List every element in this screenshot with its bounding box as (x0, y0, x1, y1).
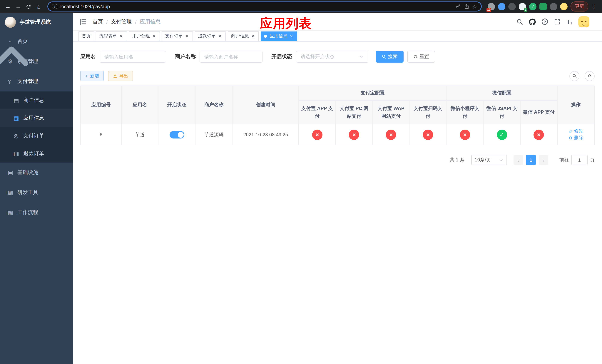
breadcrumb-payment[interactable]: 支付管理 (111, 18, 132, 25)
sidebar-item-label: 商户信息 (23, 97, 67, 104)
browser-reload-button[interactable] (24, 2, 33, 11)
password-key-icon[interactable] (455, 4, 461, 9)
browser-menu-icon[interactable]: ⋮ (589, 3, 599, 10)
reset-button-label: 重置 (419, 53, 429, 60)
extension-dark-icon[interactable] (508, 3, 516, 10)
chrome-update-button[interactable]: 更新 (570, 1, 588, 11)
table-tools (570, 71, 595, 81)
close-icon[interactable]: × (184, 33, 190, 39)
fullscreen-icon[interactable] (554, 18, 560, 25)
tab-label: 用户分组 (132, 33, 150, 39)
chevron-down-icon (62, 170, 67, 175)
status-badge: × (386, 129, 396, 140)
cell-merchant: 芋道源码 (195, 124, 233, 145)
export-button[interactable]: 导出 (108, 71, 133, 81)
search-icon[interactable] (516, 18, 523, 25)
app-name-input[interactable] (104, 54, 161, 59)
add-button[interactable]: + 新增 (80, 71, 104, 81)
breadcrumb-home[interactable]: 首页 (93, 18, 103, 25)
sidebar-item-infrastructure[interactable]: ▣ 基础设施 (0, 162, 73, 182)
help-icon[interactable]: ? (542, 19, 548, 25)
cell-alipay-pc: × (336, 124, 373, 145)
sidebar-item-payment[interactable]: ¥ 支付管理 (0, 72, 73, 91)
refresh-table-button[interactable] (585, 71, 595, 81)
cell-created: 2021-10-23 08:49:25 (233, 124, 299, 145)
extension-check-icon[interactable]: ✓ (529, 3, 537, 10)
group-header-alipay: 支付宝配置 (299, 86, 447, 101)
column-header-alipay-app: 支付宝 APP 支付 (299, 101, 336, 124)
sidebar-collapse-icon[interactable] (79, 18, 87, 26)
extensions-area: 10 1 ✓ (485, 3, 570, 10)
sidebar-item-label: 研发工具 (17, 189, 62, 196)
sidebar-item-dev-tools[interactable]: ▨ 研发工具 (0, 182, 73, 203)
sidebar-item-app-info[interactable]: ▦ 应用信息 (0, 109, 73, 127)
breadcrumb-separator: / (106, 19, 108, 25)
navbar-actions: ? T T (516, 16, 596, 27)
status-badge: × (312, 129, 322, 140)
browser-back-button[interactable]: ← (3, 2, 13, 11)
tab-user-group[interactable]: 用户分组 × (129, 31, 160, 41)
column-header-status: 开启状态 (158, 86, 195, 124)
close-icon[interactable]: × (217, 33, 223, 39)
address-bar[interactable]: i localhost:1024/pay/app ☆ (47, 1, 482, 11)
url-text[interactable]: localhost:1024/pay/app (60, 4, 452, 9)
sidebar-item-refund-orders[interactable]: ▥ 退款订单 (0, 145, 73, 162)
tab-label: 商户信息 (231, 33, 249, 39)
goto-page-input[interactable] (571, 155, 588, 165)
close-icon[interactable]: × (250, 33, 256, 39)
tab-merchant-info[interactable]: 商户信息 × (228, 31, 259, 41)
top-navbar: 首页 / 支付管理 / 应用信息 ? T T (73, 13, 602, 31)
tab-process-form[interactable]: 流程表单 × (96, 31, 127, 41)
tab-label: 首页 (82, 33, 91, 39)
extension-drop-icon[interactable] (498, 3, 505, 10)
cell-alipay-scan: × (409, 124, 447, 145)
close-icon[interactable]: × (289, 33, 294, 39)
toggle-search-button[interactable] (570, 71, 580, 81)
breadcrumb-current: 应用信息 (140, 18, 161, 25)
cell-app-name: 芋道 (121, 124, 158, 145)
browser-home-button[interactable]: ⌂ (34, 2, 44, 11)
github-icon[interactable] (529, 18, 536, 25)
delete-link[interactable]: 删除 (569, 135, 583, 141)
user-menu[interactable] (578, 16, 596, 27)
extension-blocker-icon[interactable]: 10 (488, 3, 495, 10)
extension-pin-icon[interactable] (550, 3, 557, 10)
sidebar-item-merchant-info[interactable]: ▤ 商户信息 (0, 91, 73, 109)
pencil-icon (569, 129, 573, 133)
status-select[interactable]: 请选择开启状态 (296, 51, 368, 63)
page-size-select[interactable]: 10条/页 (471, 155, 507, 165)
cell-wechat-app: × (521, 124, 557, 145)
sidebar-item-workflow[interactable]: ▧ 工作流程 (0, 203, 73, 223)
merchant-name-label: 商户名称 (175, 53, 196, 60)
search-button[interactable]: 搜索 (376, 51, 404, 63)
browser-profile-avatar[interactable] (560, 3, 568, 10)
reset-button[interactable]: 重置 (407, 51, 435, 63)
tab-home[interactable]: 首页 (78, 31, 94, 41)
payment-submenu: ▤ 商户信息 ▦ 应用信息 ◎ 支付订单 ▥ 退款订单 (0, 91, 73, 162)
sidebar-item-label: 支付订单 (23, 133, 67, 139)
prev-page-button[interactable]: ‹ (514, 155, 523, 165)
sidebar-item-pay-orders[interactable]: ◎ 支付订单 (0, 127, 73, 145)
status-toggle[interactable] (169, 131, 184, 138)
share-icon[interactable] (464, 4, 469, 9)
goto-prefix-label: 前往 (559, 157, 569, 163)
merchant-name-input[interactable] (204, 54, 258, 59)
extension-note-icon[interactable] (539, 3, 547, 10)
tab-refund-orders[interactable]: 退款订单 × (195, 31, 226, 41)
bookmark-star-icon[interactable]: ☆ (472, 4, 477, 9)
tab-app-info[interactable]: 应用信息 × (261, 31, 297, 41)
font-size-icon[interactable]: T T (567, 18, 572, 25)
next-page-button[interactable]: › (539, 155, 548, 165)
export-button-label: 导出 (119, 73, 128, 79)
site-info-icon[interactable]: i (52, 4, 57, 9)
page-number-1[interactable]: 1 (526, 155, 536, 165)
close-icon[interactable]: × (151, 33, 157, 39)
edit-link[interactable]: 修改 (569, 128, 583, 134)
edit-link-label: 修改 (574, 128, 583, 134)
user-avatar (578, 16, 589, 27)
tab-pay-orders[interactable]: 支付订单 × (162, 31, 193, 41)
browser-forward-button[interactable]: → (13, 2, 23, 11)
close-icon[interactable]: × (118, 33, 124, 39)
search-icon (572, 74, 577, 78)
extension-translate-icon[interactable]: 1 (519, 3, 526, 10)
